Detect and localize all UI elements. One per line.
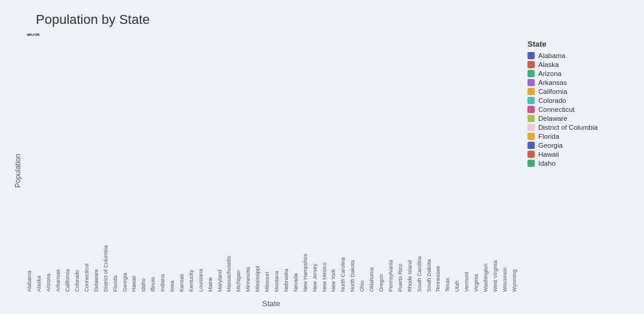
x-axis-state-label: Florida [112,238,118,292]
x-axis-state-label: Missouri [264,238,270,292]
legend-item-label: California [538,88,568,95]
legend-item-label: Florida [538,133,559,140]
legend-item: Georgia [528,142,632,149]
x-axis-state-label: New Jersey [312,238,318,292]
x-label-group: West Virginia [490,238,499,298]
x-axis-state-label: Oklahoma [369,238,375,292]
legend-color-box [528,133,535,140]
x-label-group: Washington [482,238,490,298]
x-axis-state-label: New Hampshire [302,238,308,292]
x-label-group: California [63,238,72,298]
x-label-group: Virginia [472,238,481,298]
x-axis-state-label: Nebraska [283,238,289,292]
x-label-group: Minnesota [244,238,253,298]
x-axis-state-label: North Carolina [340,238,346,292]
legend-item: Colorado [528,97,632,104]
x-label-group: Hawaii [130,238,139,298]
x-label-group: South Dakota [424,238,433,298]
x-label-group: South Carolina [415,238,424,298]
x-axis-title: State [24,299,519,308]
legend-item: District of Columbia [528,124,632,131]
x-label-group: Wisconsin [500,238,509,298]
x-axis-state-label: Kentucky [188,238,194,292]
legend-item-label: Connecticut [538,106,575,113]
x-label-group: Maine [206,238,214,298]
legend-color-box [528,115,535,122]
x-label-group: Utah [453,238,462,298]
x-axis-state-label: Rhode Island [407,238,413,292]
x-label-group: Vermont [462,238,471,298]
legend-color-box [528,88,535,95]
legend-color-box [528,151,535,158]
x-label-group: New Mexico [320,238,329,298]
legend-item: California [528,88,632,95]
x-axis-state-label: Montana [274,238,280,292]
x-axis-state-label: Kansas [179,238,185,292]
legend-item-label: Alaska [538,61,559,68]
legend-color-box [528,160,535,167]
x-label-group: New York [329,238,338,298]
x-axis-state-label: California [65,238,70,292]
legend-item: Arkansas [528,79,632,86]
legend-item: Delaware [528,115,632,122]
x-axis-state-label: Alabama [26,238,32,292]
x-axis-state-label: South Dakota [426,238,432,292]
legend-item-label: Georgia [538,142,563,149]
x-label-group: Rhode Island [405,238,414,298]
x-label-group: Massachusetts [225,238,234,298]
x-label-group: Delaware [91,238,100,298]
chart-area: Population 40M30M20M10M0 AlabamaAlaskaAr… [12,33,638,308]
legend-item: Connecticut [528,106,632,113]
x-label-group: Nebraska [281,238,290,298]
x-label-group: Georgia [120,238,129,298]
x-axis-state-label: Hawaii [131,238,137,292]
legend-item-label: Alabama [538,52,565,59]
legend-color-box [528,61,535,68]
legend-item: Arizona [528,70,632,77]
x-axis-state-label: Nevada [293,238,299,292]
x-label-group: Missouri [263,238,272,298]
x-axis-state-label: Pennsylvania [388,238,394,292]
x-axis-state-label: Ohio [359,238,365,292]
x-axis-state-label: Washington [483,238,489,292]
x-axis-state-label: Indiana [160,238,165,292]
x-axis-state-label: Connecticut [84,238,90,292]
legend-item-label: Hawaii [538,151,559,158]
x-label-group: Alaska [35,238,44,298]
x-label-group: Oregon [377,238,386,298]
plot-wrapper: 40M30M20M10M0 AlabamaAlaskaArizonaArkans… [24,33,519,308]
x-axis-state-label: Tennessee [435,238,441,292]
x-axis-state-label: Oregon [378,238,384,292]
x-label-group: Tennessee [434,238,443,298]
x-label-group: New Hampshire [300,238,309,298]
x-axis-state-label: Texas [444,238,450,292]
x-axis-state-label: Wisconsin [502,238,508,292]
legend-color-box [528,70,535,77]
legend-color-box [528,106,535,113]
y-axis-label: Population [12,33,24,308]
x-axis-state-label: Virginia [473,238,479,292]
x-axis-state-label: North Dakota [349,238,355,292]
legend-item-label: Arkansas [538,79,567,86]
x-axis-state-label: Puerto Rico [397,238,403,292]
plot-and-legend: 40M30M20M10M0 AlabamaAlaskaArizonaArkans… [24,33,638,308]
x-axis-state-label: District of Columbia [103,238,109,292]
x-axis-state-label: Mississippi [254,238,260,292]
x-label-group: Ohio [358,238,367,298]
x-axis-state-label: Arizona [45,238,51,292]
legend-items: AlabamaAlaskaArizonaArkansasCaliforniaCo… [528,52,632,167]
legend-item: Hawaii [528,151,632,158]
x-label-group: Louisiana [196,238,205,298]
x-label-group: North Dakota [348,238,357,298]
x-axis-state-label: Michigan [235,238,241,292]
legend-item: Idaho [528,160,632,167]
x-axis-state-label: Iowa [169,238,175,292]
x-label-group: Connecticut [82,238,91,298]
x-label-group: Indiana [158,238,167,298]
x-label-group: Idaho [139,238,148,298]
x-axis-state-label: Georgia [122,238,128,292]
x-axis-state-label: Delaware [93,238,99,292]
x-label-group: Texas [443,238,452,298]
x-label-group: Nevada [291,238,300,298]
x-label-group: Pennsylvania [386,238,395,298]
